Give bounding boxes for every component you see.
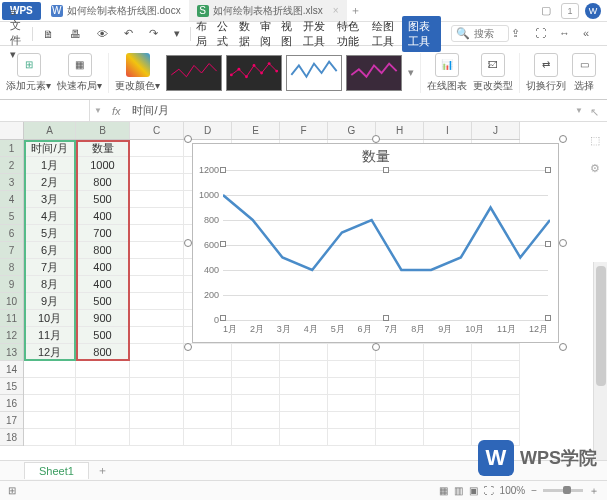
change-color-button[interactable]: 更改颜色▾ (115, 53, 160, 93)
column-header[interactable]: H (376, 122, 424, 139)
cell[interactable] (130, 344, 184, 361)
row-header[interactable]: 5 (0, 208, 23, 225)
cell[interactable] (424, 429, 472, 446)
cell[interactable] (24, 378, 76, 395)
quick-layout-button[interactable]: ▦ 快速布局▾ (57, 53, 102, 93)
cell[interactable] (280, 395, 328, 412)
cell[interactable] (280, 412, 328, 429)
name-box[interactable] (0, 100, 90, 121)
cell[interactable] (130, 412, 184, 429)
cell[interactable] (232, 395, 280, 412)
cell[interactable] (424, 344, 472, 361)
cell[interactable] (376, 395, 424, 412)
cell[interactable]: 9月 (24, 293, 76, 310)
online-chart-button[interactable]: 📊 在线图表 (427, 53, 467, 93)
row-header[interactable]: 6 (0, 225, 23, 242)
badge[interactable]: 1 (561, 3, 579, 19)
cell[interactable] (472, 412, 520, 429)
cell[interactable] (184, 429, 232, 446)
cell[interactable] (184, 412, 232, 429)
zoom-value[interactable]: 100% (500, 485, 526, 496)
select-rail-icon[interactable]: ⬚ (590, 134, 604, 148)
cell[interactable] (232, 361, 280, 378)
cell[interactable] (424, 412, 472, 429)
select-button[interactable]: ▭ 选择 (572, 53, 596, 93)
row-header[interactable]: 9 (0, 276, 23, 293)
ribbon-tab-绘图工具[interactable]: 绘图工具 (368, 17, 403, 51)
row-header[interactable]: 1 (0, 140, 23, 157)
settings-rail-icon[interactable]: ⚙ (590, 162, 604, 176)
column-header[interactable]: B (76, 122, 130, 139)
ribbon-tab-数据[interactable]: 数据 (235, 17, 256, 51)
cell[interactable] (328, 395, 376, 412)
cell[interactable] (328, 429, 376, 446)
redo-icon[interactable]: ↷ (143, 25, 164, 42)
select-all-corner[interactable] (0, 122, 24, 140)
cell[interactable] (130, 242, 184, 259)
row-header[interactable]: 2 (0, 157, 23, 174)
menu-overflow-icon[interactable]: ▢ (537, 3, 555, 19)
cell[interactable]: 400 (76, 208, 130, 225)
add-sheet-button[interactable]: ＋ (89, 461, 116, 480)
column-header[interactable]: A (24, 122, 76, 139)
view-layout-icon[interactable]: ▥ (454, 485, 463, 496)
cell[interactable]: 800 (76, 344, 130, 361)
row-header[interactable]: 13 (0, 344, 23, 361)
row-header[interactable]: 7 (0, 242, 23, 259)
cell[interactable] (376, 412, 424, 429)
view-break-icon[interactable]: ▣ (469, 485, 478, 496)
cell[interactable]: 1月 (24, 157, 76, 174)
cell[interactable] (76, 361, 130, 378)
ribbon-tab-布局[interactable]: 布局 (192, 17, 213, 51)
cell[interactable] (280, 378, 328, 395)
cell[interactable] (130, 361, 184, 378)
cell[interactable] (328, 361, 376, 378)
cell[interactable]: 2月 (24, 174, 76, 191)
row-header[interactable]: 10 (0, 293, 23, 310)
cell[interactable]: 3月 (24, 191, 76, 208)
cell[interactable] (232, 429, 280, 446)
search-input[interactable] (474, 28, 504, 39)
formula-expand-icon[interactable]: ▼ (571, 106, 587, 115)
chart-style-1[interactable] (166, 55, 222, 91)
cell[interactable] (472, 378, 520, 395)
cell[interactable] (232, 412, 280, 429)
cell[interactable]: 700 (76, 225, 130, 242)
formula-input[interactable]: 时间/月 (126, 103, 571, 118)
fx-label[interactable]: fx (106, 105, 127, 117)
cell[interactable]: 500 (76, 327, 130, 344)
row-header[interactable]: 11 (0, 310, 23, 327)
cell[interactable]: 800 (76, 174, 130, 191)
cell[interactable] (472, 344, 520, 361)
close-tab-icon[interactable]: × (333, 5, 339, 16)
cell[interactable]: 数量 (76, 140, 130, 157)
cell[interactable] (76, 412, 130, 429)
cell[interactable]: 12月 (24, 344, 76, 361)
cell[interactable] (184, 361, 232, 378)
change-type-button[interactable]: 🗠 更改类型 (473, 53, 513, 93)
row-headers[interactable]: 123456789101112131415161718 (0, 140, 24, 446)
cell[interactable] (130, 293, 184, 310)
zoom-in-button[interactable]: ＋ (589, 484, 599, 498)
chart-title[interactable]: 数量 (193, 144, 558, 170)
cell[interactable] (376, 344, 424, 361)
cell[interactable] (130, 140, 184, 157)
ribbon-tab-开发工具[interactable]: 开发工具 (299, 17, 334, 51)
ribbon-tab-图表工具[interactable]: 图表工具 (402, 16, 441, 52)
chart-style-4[interactable] (346, 55, 402, 91)
column-header[interactable]: J (472, 122, 520, 139)
cell[interactable] (472, 395, 520, 412)
switch-rowcol-button[interactable]: ⇄ 切换行列 (526, 53, 566, 93)
cell[interactable] (76, 429, 130, 446)
cell[interactable] (328, 412, 376, 429)
cell[interactable]: 800 (76, 242, 130, 259)
cell[interactable] (130, 259, 184, 276)
row-header[interactable]: 16 (0, 395, 23, 412)
cell[interactable] (184, 344, 232, 361)
cell[interactable] (232, 344, 280, 361)
scrollbar-thumb[interactable] (596, 266, 606, 386)
chart-style-gallery[interactable] (166, 55, 402, 91)
cell[interactable]: 8月 (24, 276, 76, 293)
cell[interactable] (424, 378, 472, 395)
dropdown-icon[interactable]: ▾ (168, 25, 186, 42)
